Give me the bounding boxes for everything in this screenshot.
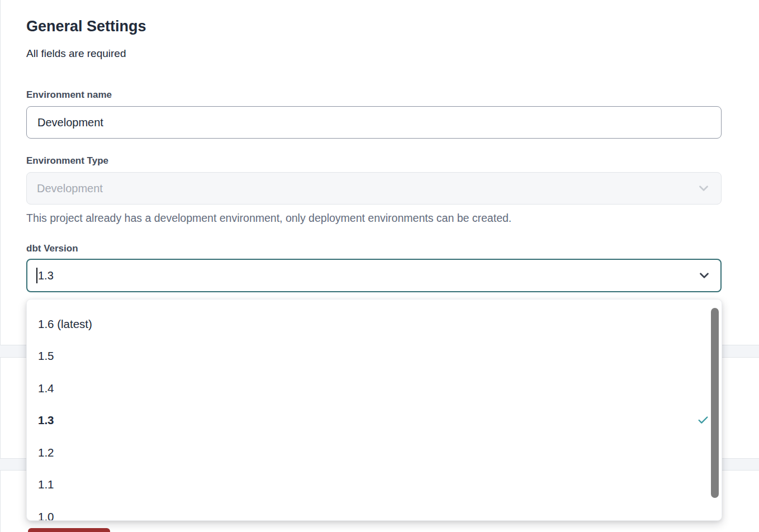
version-option[interactable]: 1.1	[27, 469, 722, 501]
environment-name-input[interactable]: Development	[26, 106, 722, 139]
option-label: 1.6 (latest)	[38, 317, 92, 331]
option-label: 1.1	[38, 478, 54, 491]
version-option[interactable]: 1.0	[27, 501, 722, 521]
settings-page: General Settings All fields are required…	[0, 0, 759, 532]
environment-name-value: Development	[37, 116, 103, 129]
version-option[interactable]: 1.5	[27, 340, 722, 373]
option-label: 1.3	[38, 414, 54, 427]
environment-name-label: Environment name	[26, 89, 112, 101]
page-title: General Settings	[26, 17, 146, 35]
option-label: 1.5	[38, 349, 54, 363]
option-label: 1.2	[38, 446, 54, 459]
chevron-down-icon	[697, 268, 711, 283]
environment-type-select[interactable]: Development	[26, 172, 722, 205]
dbt-version-value: 1.3	[38, 269, 54, 282]
danger-button[interactable]	[28, 528, 110, 532]
environment-type-value: Development	[37, 182, 103, 195]
listbox-scrollbar[interactable]	[711, 308, 719, 498]
dbt-version-combobox[interactable]: 1.3	[26, 259, 722, 292]
version-option-selected[interactable]: 1.3	[27, 405, 722, 437]
dbt-version-label: dbt Version	[26, 243, 78, 254]
text-cursor	[36, 268, 37, 283]
dbt-version-listbox: 1.6 (latest) 1.5 1.4 1.3 1.2 1.1 1.0	[26, 299, 722, 521]
version-option[interactable]: 1.6 (latest)	[27, 308, 722, 340]
version-option[interactable]: 1.2	[27, 436, 722, 469]
version-option[interactable]: 1.4	[27, 372, 722, 405]
option-label: 1.0	[38, 510, 54, 521]
environment-type-helper: This project already has a development e…	[26, 211, 641, 225]
option-label: 1.4	[38, 382, 54, 395]
check-icon	[697, 414, 709, 426]
environment-type-label: Environment Type	[26, 155, 108, 167]
page-subtitle: All fields are required	[26, 47, 126, 60]
chevron-down-icon	[696, 181, 711, 196]
